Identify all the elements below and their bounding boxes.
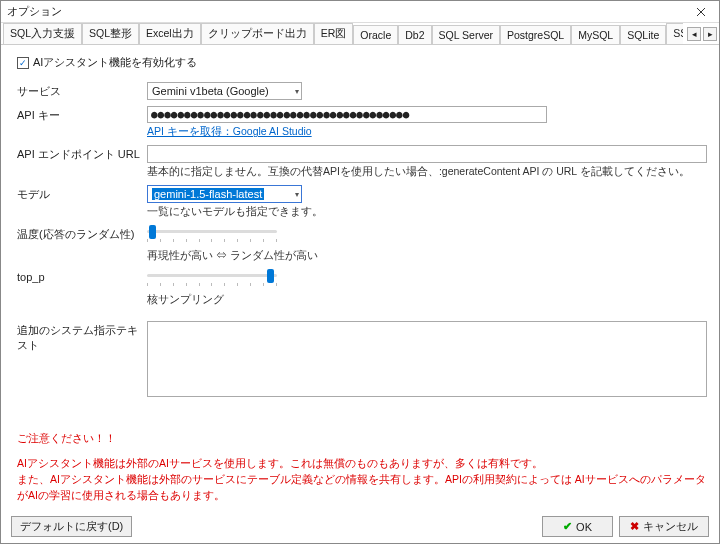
chevron-down-icon: ▾ <box>295 190 299 199</box>
endpoint-row: API エンドポイント URL 基本的に指定しません。互換の代替APIを使用した… <box>17 145 707 179</box>
temperature-row: 温度(応答のランダム性) 再現性が高い ⇔ ランダム性が高い <box>17 225 707 263</box>
enable-ai-row: ✓ AIアシスタント機能を有効化する <box>17 55 707 70</box>
warning-body: AIアシスタント機能は外部のAIサービスを使用します。これは無償のものもあります… <box>17 456 707 503</box>
slider-thumb[interactable] <box>149 225 156 239</box>
model-helper: 一覧にないモデルも指定できます。 <box>147 205 707 219</box>
close-icon <box>696 7 706 17</box>
tab-nav: ◂ ▸ <box>683 27 717 41</box>
close-button[interactable] <box>687 3 715 21</box>
endpoint-label: API エンドポイント URL <box>17 145 147 162</box>
model-select[interactable]: gemini-1.5-flash-latest ▾ <box>147 185 302 203</box>
service-label: サービス <box>17 82 147 99</box>
enable-ai-label: AIアシスタント機能を有効化する <box>33 55 197 70</box>
window-title: オプション <box>7 4 62 19</box>
tab-excel-output[interactable]: Excel出力 <box>139 23 201 44</box>
tab-bar: SQL入力支援 SQL整形 Excel出力 クリップボード出力 ER図 Orac… <box>1 23 719 45</box>
titlebar: オプション <box>1 1 719 23</box>
reset-defaults-button[interactable]: デフォルトに戻す(D) <box>11 516 132 537</box>
enable-ai-checkbox[interactable]: ✓ <box>17 57 29 69</box>
checkmark-icon: ✓ <box>19 58 27 68</box>
tab-db2[interactable]: Db2 <box>398 25 431 44</box>
ok-button[interactable]: ✔ OK <box>542 516 613 537</box>
api-key-row: API キー ●●●●●●●●●●●●●●●●●●●●●●●●●●●●●●●●●… <box>17 106 707 139</box>
top-p-helper: 核サンプリング <box>147 293 707 307</box>
slider-ticks <box>147 283 277 286</box>
model-value: gemini-1.5-flash-latest <box>152 188 264 200</box>
tab-clipboard[interactable]: クリップボード出力 <box>201 23 314 44</box>
content-panel: ✓ AIアシスタント機能を有効化する サービス Gemini v1beta (G… <box>1 45 719 510</box>
slider-track <box>147 274 277 277</box>
api-key-label: API キー <box>17 106 147 123</box>
top-p-slider[interactable] <box>147 269 277 287</box>
tabs: SQL入力支援 SQL整形 Excel出力 クリップボード出力 ER図 Orac… <box>3 23 683 44</box>
tab-er[interactable]: ER図 <box>314 23 354 44</box>
tab-sqlserver[interactable]: SQL Server <box>432 25 500 44</box>
top-p-label: top_p <box>17 269 147 283</box>
system-prompt-row: 追加のシステム指示テキスト <box>17 321 707 399</box>
temperature-label: 温度(応答のランダム性) <box>17 225 147 242</box>
warning-block: ご注意ください！！ AIアシスタント機能は外部のAIサービスを使用します。これは… <box>17 431 707 503</box>
api-key-link[interactable]: API キーを取得：Google AI Studio <box>147 125 312 137</box>
ok-label: OK <box>576 521 592 533</box>
checkmark-icon: ✔ <box>563 520 572 533</box>
chevron-down-icon: ▾ <box>295 87 299 96</box>
top-p-row: top_p 核サンプリング <box>17 269 707 307</box>
temperature-slider[interactable] <box>147 225 277 243</box>
cancel-icon: ✖ <box>630 520 639 533</box>
slider-thumb[interactable] <box>267 269 274 283</box>
cancel-button[interactable]: ✖ キャンセル <box>619 516 709 537</box>
api-key-input[interactable]: ●●●●●●●●●●●●●●●●●●●●●●●●●●●●●●●●●●●●●●● <box>147 106 547 123</box>
service-row: サービス Gemini v1beta (Google) ▾ <box>17 82 707 100</box>
tab-sqlite[interactable]: SQLite <box>620 25 666 44</box>
system-prompt-textarea[interactable] <box>147 321 707 397</box>
reset-defaults-label: デフォルトに戻す(D) <box>20 519 123 534</box>
tab-next-button[interactable]: ▸ <box>703 27 717 41</box>
tab-prev-button[interactable]: ◂ <box>687 27 701 41</box>
endpoint-input[interactable] <box>147 145 707 163</box>
tab-sql-format[interactable]: SQL整形 <box>82 23 139 44</box>
temperature-helper: 再現性が高い ⇔ ランダム性が高い <box>147 249 707 263</box>
tab-mysql[interactable]: MySQL <box>571 25 620 44</box>
system-prompt-label: 追加のシステム指示テキスト <box>17 321 147 353</box>
warning-title: ご注意ください！！ <box>17 431 707 446</box>
service-select[interactable]: Gemini v1beta (Google) ▾ <box>147 82 302 100</box>
service-value: Gemini v1beta (Google) <box>152 85 269 97</box>
tab-postgresql[interactable]: PostgreSQL <box>500 25 571 44</box>
tab-oracle[interactable]: Oracle <box>353 25 398 44</box>
cancel-label: キャンセル <box>643 519 698 534</box>
model-label: モデル <box>17 185 147 202</box>
api-key-value: ●●●●●●●●●●●●●●●●●●●●●●●●●●●●●●●●●●●●●●● <box>151 108 409 121</box>
model-row: モデル gemini-1.5-flash-latest ▾ 一覧にないモデルも指… <box>17 185 707 219</box>
footer: デフォルトに戻す(D) ✔ OK ✖ キャンセル <box>1 510 719 543</box>
warning-line2: また、AIアシスタント機能は外部のサービスにテーブル定義などの情報を共有します。… <box>17 473 706 501</box>
slider-track <box>147 230 277 233</box>
tab-sql-input[interactable]: SQL入力支援 <box>3 23 82 44</box>
slider-ticks <box>147 239 277 242</box>
warning-line1: AIアシスタント機能は外部のAIサービスを使用します。これは無償のものもあります… <box>17 457 543 469</box>
tab-ssh[interactable]: SSH接続 <box>666 23 683 44</box>
endpoint-helper: 基本的に指定しません。互換の代替APIを使用したい場合、:generateCon… <box>147 165 707 179</box>
